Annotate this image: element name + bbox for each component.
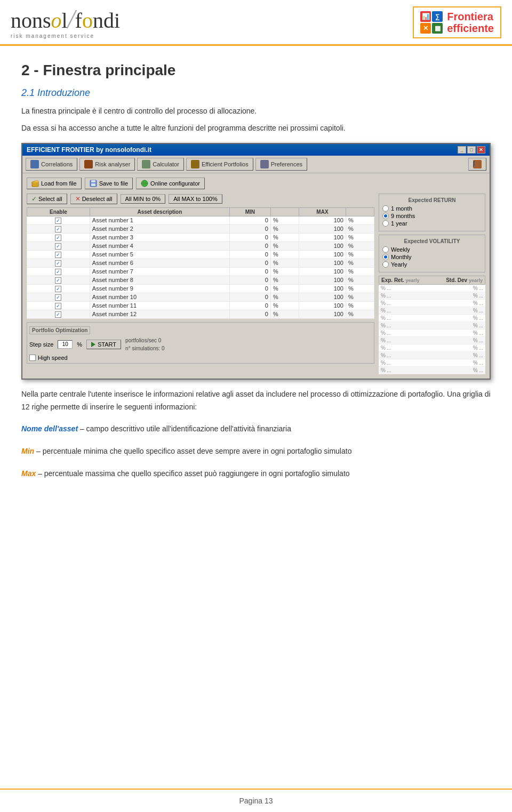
high-speed-checkbox[interactable] xyxy=(29,355,36,361)
row-checkbox[interactable]: ✓ xyxy=(55,311,61,318)
row-checkbox[interactable]: ✓ xyxy=(55,269,61,275)
exp-ret-value: %... xyxy=(381,330,391,336)
logo-area: nonsol/fondi risk management service xyxy=(11,5,120,39)
return-1month-row: 1 month xyxy=(382,205,482,212)
calculator-button[interactable]: Calculator xyxy=(137,158,184,171)
col-enable: Enable xyxy=(27,207,90,216)
row-name-cell: Asset number 11 xyxy=(90,301,229,310)
return-title: Expected RETURN xyxy=(382,197,482,203)
row-min-cell: 0 xyxy=(229,310,270,318)
row-checkbox[interactable]: ✓ xyxy=(55,286,61,292)
preferences-button[interactable]: Preferences xyxy=(255,158,307,171)
vol-monthly-radio[interactable] xyxy=(382,254,389,260)
row-max-unit-cell: % xyxy=(346,293,374,301)
row-enable-cell: ✓ xyxy=(27,259,90,267)
return-9months-radio[interactable] xyxy=(382,213,389,219)
save-to-file-button[interactable]: Save to file xyxy=(85,178,133,189)
right-data-row: %... %... xyxy=(379,329,485,337)
row-checkbox[interactable]: ✓ xyxy=(55,260,61,267)
logo-subtitle: risk management service xyxy=(11,33,120,39)
titlebar-buttons: _ □ ✕ xyxy=(458,146,485,154)
def-max: – percentuale massima che quello specifi… xyxy=(38,469,349,478)
col-min: MIN xyxy=(229,207,270,216)
all-max-label: All MAX to 100% xyxy=(173,196,218,202)
online-configurator-button[interactable]: Online configurator xyxy=(136,178,205,189)
start-label: START xyxy=(98,341,116,348)
row-checkbox[interactable]: ✓ xyxy=(55,218,61,224)
table-row: ✓ Asset number 10 0 % 100 % xyxy=(27,293,374,301)
row-enable-cell: ✓ xyxy=(27,216,90,224)
exp-ret-value: %... xyxy=(381,285,391,291)
right-data-row: %... %... xyxy=(379,352,485,359)
efficient-portfolios-button[interactable]: Efficient Portfolios xyxy=(186,158,253,171)
correlations-button[interactable]: Correlations xyxy=(26,158,77,171)
all-min-button[interactable]: All MIN to 0% xyxy=(121,194,166,204)
exp-ret-value: %... xyxy=(381,323,391,328)
row-max-unit-cell: % xyxy=(346,250,374,259)
exp-ret-value: %... xyxy=(381,367,391,373)
col-description: Asset description xyxy=(90,207,229,216)
right-data-row: %... %... xyxy=(379,322,485,329)
all-min-label: All MIN to 0% xyxy=(125,196,161,202)
std-dev-value: %... xyxy=(473,367,483,373)
row-enable-cell: ✓ xyxy=(27,293,90,301)
row-min-unit-cell: % xyxy=(270,293,299,301)
page-number: Pagina 13 xyxy=(239,797,273,805)
std-dev-value: %... xyxy=(473,337,483,343)
row-min-unit-cell: % xyxy=(270,267,299,276)
row-name-cell: Asset number 7 xyxy=(90,267,229,276)
exp-ret-value: %... xyxy=(381,360,391,366)
all-max-button[interactable]: All MAX to 100% xyxy=(169,194,222,204)
return-1year-radio[interactable] xyxy=(382,220,389,227)
section-subheading: 2.1 Introduzione xyxy=(21,87,491,99)
select-all-button[interactable]: ✓ Select all xyxy=(27,194,67,204)
row-max-unit-cell: % xyxy=(346,301,374,310)
row-name-cell: Asset number 4 xyxy=(90,242,229,250)
row-enable-cell: ✓ xyxy=(27,284,90,293)
row-checkbox[interactable]: ✓ xyxy=(55,277,61,284)
row-name-cell: Asset number 6 xyxy=(90,259,229,267)
minimize-button[interactable]: _ xyxy=(458,146,466,154)
vol-yearly-label: Yearly xyxy=(391,261,407,268)
row-checkbox[interactable]: ✓ xyxy=(55,235,61,241)
vol-weekly-radio[interactable] xyxy=(382,246,389,253)
right-data-row: %... %... xyxy=(379,344,485,352)
start-icon xyxy=(91,342,95,347)
row-checkbox[interactable]: ✓ xyxy=(55,303,61,309)
exp-ret-header: Exp. Ret. yearly xyxy=(381,277,420,283)
step-input[interactable] xyxy=(58,340,73,349)
std-dev-value: %... xyxy=(473,300,483,306)
formula-button[interactable]: ∫ xyxy=(468,158,486,171)
app-title: EFFICIENT FRONTIER by nonsolofondi.it xyxy=(27,146,151,154)
load-from-file-button[interactable]: Load from file xyxy=(27,178,82,189)
portfolio-section: Portfolio Optimization Step size % START xyxy=(27,322,374,364)
row-checkbox[interactable]: ✓ xyxy=(55,252,61,258)
close-button[interactable]: ✕ xyxy=(477,146,485,154)
term-min: Min xyxy=(21,447,34,455)
row-max-cell: 100 xyxy=(299,224,346,233)
app-titlebar: EFFICIENT FRONTIER by nonsolofondi.it _ … xyxy=(22,144,490,156)
vol-yearly-radio[interactable] xyxy=(382,261,389,268)
row-checkbox[interactable]: ✓ xyxy=(55,294,61,301)
row-min-unit-cell: % xyxy=(270,242,299,250)
row-min-unit-cell: % xyxy=(270,233,299,242)
return-1month-radio[interactable] xyxy=(382,205,389,212)
risk-analyser-button[interactable]: Risk analyser xyxy=(79,158,135,171)
step-label: Step size xyxy=(29,341,53,348)
save-label: Save to file xyxy=(99,180,128,187)
return-9months-row: 9 months xyxy=(382,213,482,219)
brand-icon-grid: ▦ xyxy=(432,23,443,34)
row-checkbox[interactable]: ✓ xyxy=(55,226,61,232)
exp-ret-value: %... xyxy=(381,293,391,299)
maximize-button[interactable]: □ xyxy=(467,146,476,154)
portfolio-title: Portfolio Optimization xyxy=(29,326,90,334)
row-max-unit-cell: % xyxy=(346,259,374,267)
right-panel: Expected RETURN 1 month 9 months 1 year xyxy=(379,194,485,374)
row-max-cell: 100 xyxy=(299,242,346,250)
row-checkbox[interactable]: ✓ xyxy=(55,243,61,250)
deselect-all-button[interactable]: ✕ Deselect all xyxy=(70,194,117,204)
load-label: Load from file xyxy=(41,180,77,187)
row-max-unit-cell: % xyxy=(346,224,374,233)
start-button[interactable]: START xyxy=(86,340,121,349)
page-header: nonsol/fondi risk management service 📊 ∑… xyxy=(0,0,512,46)
